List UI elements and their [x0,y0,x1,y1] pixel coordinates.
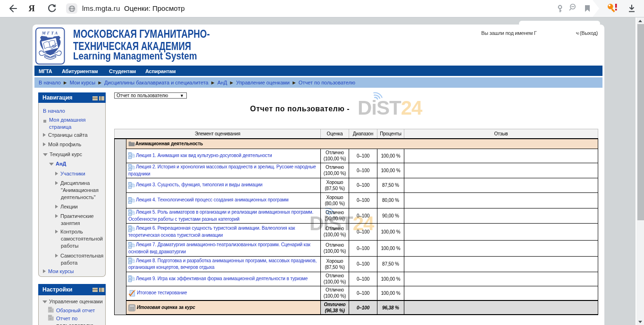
svg-text:МГТА: МГТА [42,31,59,35]
